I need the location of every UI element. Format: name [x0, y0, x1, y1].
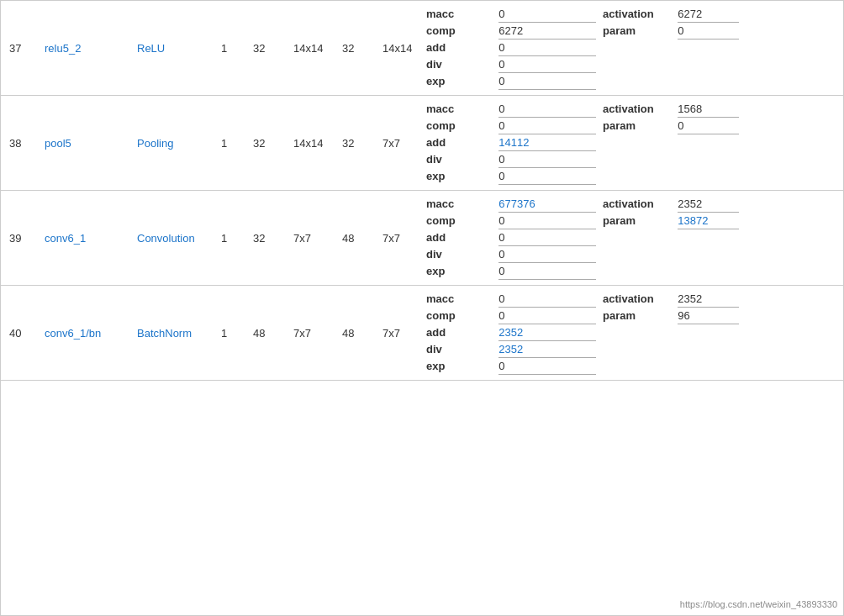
metric-value: 0 [498, 56, 596, 73]
metric-label: div [426, 246, 498, 263]
layer-h: 7x7 [285, 286, 334, 380]
metric-value: 0 [498, 151, 596, 168]
layer-name: conv6_1/bn [36, 286, 129, 380]
metric-label: exp [426, 168, 498, 185]
right-metrics-cell: activation1568param0 [599, 96, 742, 190]
metric-label: macc [426, 101, 498, 118]
layer-type: BatchNorm [129, 286, 213, 380]
metric-value: 0 [498, 39, 596, 56]
right-label: activation [603, 6, 678, 23]
layer-h: 7x7 [285, 191, 334, 285]
metric-label: add [426, 324, 498, 341]
metric-value: 0 [498, 246, 596, 263]
metric-value: 0 [498, 168, 596, 185]
metrics-cell: macc0comp0add2352div2352exp0 [423, 286, 599, 380]
metric-value: 0 [498, 213, 596, 229]
right-value: 13872 [678, 213, 739, 229]
table-row: 39conv6_1Convolution1327x7487x7macc67737… [1, 191, 843, 286]
right-label: param [603, 308, 678, 324]
table-row: 37relu5_2ReLU13214x143214x14macc0comp627… [1, 1, 843, 96]
row-index: 37 [1, 1, 36, 95]
layer-type: Pooling [129, 96, 213, 190]
layer-type: Convolution [129, 191, 213, 285]
metric-value: 2352 [498, 341, 596, 358]
right-value: 2352 [678, 291, 739, 308]
metric-value: 6272 [498, 23, 596, 39]
metric-value: 0 [498, 73, 596, 90]
layer-n: 1 [213, 191, 245, 285]
metric-label: add [426, 39, 498, 56]
metric-label: comp [426, 118, 498, 134]
layer-c2: 48 [334, 286, 374, 380]
layer-type: ReLU [129, 1, 213, 95]
right-label: param [603, 213, 678, 229]
row-index: 40 [1, 286, 36, 380]
metrics-cell: macc0comp0add14112div0exp0 [423, 96, 599, 190]
metric-label: div [426, 56, 498, 73]
layer-name: conv6_1 [36, 191, 129, 285]
layer-hw: 7x7 [374, 96, 423, 190]
metric-label: comp [426, 213, 498, 229]
layer-c: 32 [245, 96, 285, 190]
layer-c: 32 [245, 1, 285, 95]
watermark: https://blog.csdn.net/weixin_43893330 [680, 599, 837, 609]
table-row: 40conv6_1/bnBatchNorm1487x7487x7macc0com… [1, 286, 843, 381]
right-label: param [603, 23, 678, 39]
metric-value: 0 [498, 263, 596, 280]
table-row: 38pool5Pooling13214x14327x7macc0comp0add… [1, 96, 843, 191]
layer-name: pool5 [36, 96, 129, 190]
row-index: 39 [1, 191, 36, 285]
layer-h: 14x14 [285, 96, 334, 190]
metric-label: macc [426, 6, 498, 23]
metric-label: comp [426, 308, 498, 324]
metric-value: 2352 [498, 324, 596, 341]
metric-label: exp [426, 73, 498, 90]
metric-value: 0 [498, 308, 596, 324]
right-metrics-cell: activation2352param13872 [599, 191, 742, 285]
main-table: 37relu5_2ReLU13214x143214x14macc0comp627… [0, 0, 844, 616]
metric-value: 0 [498, 291, 596, 308]
metric-value: 0 [498, 118, 596, 134]
layer-name: relu5_2 [36, 1, 129, 95]
right-label: activation [603, 101, 678, 118]
layer-c: 48 [245, 286, 285, 380]
layer-hw: 14x14 [374, 1, 423, 95]
right-metrics-cell: activation6272param0 [599, 1, 742, 95]
row-index: 38 [1, 96, 36, 190]
layer-c2: 32 [334, 1, 374, 95]
right-metrics-cell: activation2352param96 [599, 286, 742, 380]
right-value: 1568 [678, 101, 739, 118]
right-label: param [603, 118, 678, 134]
right-label: activation [603, 291, 678, 308]
metric-label: exp [426, 263, 498, 280]
right-value: 0 [678, 23, 739, 39]
metric-label: macc [426, 291, 498, 308]
metric-label: add [426, 229, 498, 246]
right-value: 2352 [678, 196, 739, 213]
right-value: 0 [678, 118, 739, 134]
metric-label: exp [426, 358, 498, 375]
metric-label: macc [426, 196, 498, 213]
metric-value: 14112 [498, 134, 596, 151]
layer-c2: 32 [334, 96, 374, 190]
metric-value: 0 [498, 358, 596, 375]
layer-hw: 7x7 [374, 286, 423, 380]
metric-label: div [426, 151, 498, 168]
layer-n: 1 [213, 96, 245, 190]
metric-label: comp [426, 23, 498, 39]
metrics-cell: macc677376comp0add0div0exp0 [423, 191, 599, 285]
right-value: 6272 [678, 6, 739, 23]
metrics-cell: macc0comp6272add0div0exp0 [423, 1, 599, 95]
metric-label: add [426, 134, 498, 151]
metric-value: 677376 [498, 196, 596, 213]
metric-value: 0 [498, 6, 596, 23]
layer-h: 14x14 [285, 1, 334, 95]
layer-hw: 7x7 [374, 191, 423, 285]
layer-n: 1 [213, 1, 245, 95]
right-value: 96 [678, 308, 739, 324]
metric-label: div [426, 341, 498, 358]
layer-n: 1 [213, 286, 245, 380]
metric-value: 0 [498, 101, 596, 118]
layer-c: 32 [245, 191, 285, 285]
layer-c2: 48 [334, 191, 374, 285]
